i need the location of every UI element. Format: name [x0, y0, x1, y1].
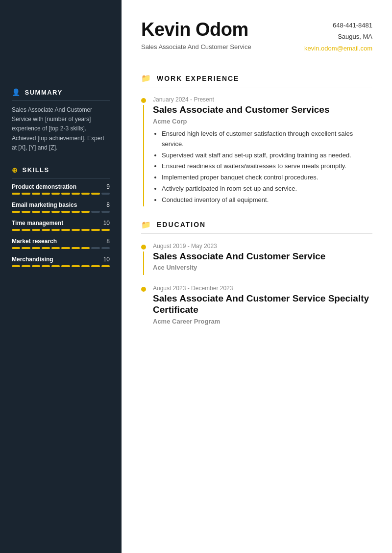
skill-segment	[72, 193, 80, 195]
work-experience-title: 📁 Work Experience	[141, 74, 372, 87]
skill-segment	[32, 265, 40, 267]
entry-dot	[141, 98, 146, 103]
education-entry: August 2023 - December 2023Sales Associa…	[141, 285, 372, 329]
skill-segment	[42, 193, 50, 195]
bullet-item: Ensured high levels of customer satisfac…	[162, 129, 372, 150]
phone-number: 648-441-8481	[304, 20, 372, 31]
entry-company: Acme Corp	[153, 118, 372, 125]
skill-segment	[81, 229, 90, 231]
skill-segment	[91, 265, 99, 267]
skill-segment	[51, 247, 60, 249]
skill-item: Product demonstration9	[12, 183, 110, 195]
skill-segment	[61, 229, 70, 231]
bullet-item: Actively participated in room set-up and…	[162, 184, 372, 194]
candidate-name: Kevin Odom	[141, 20, 304, 40]
main-content: Kevin Odom Sales Associate And Customer …	[122, 0, 392, 553]
skill-segment	[61, 247, 70, 249]
skill-segment	[91, 211, 99, 213]
skill-segment	[72, 265, 80, 267]
skill-segment	[12, 265, 20, 267]
location: Saugus, MA	[304, 31, 372, 42]
skill-segment	[91, 229, 99, 231]
resume-content: 📁 Work Experience January 2024 - Present…	[122, 69, 392, 553]
education-entry: August 2019 - May 2023Sales Associate An…	[141, 243, 372, 276]
skills-title: ⊕ Skills	[12, 166, 110, 178]
skill-segment	[81, 247, 90, 249]
resume-header: Kevin Odom Sales Associate And Customer …	[122, 0, 392, 69]
skills-section: ⊕ Skills Product demonstration9Email mar…	[12, 166, 110, 267]
entry-line	[143, 251, 144, 276]
entry-title: Sales Associate And Customer Service	[153, 251, 372, 262]
skill-segment	[72, 247, 80, 249]
skills-icon: ⊕	[12, 166, 19, 174]
sidebar: 👤 Summary Sales Associate And Customer S…	[0, 0, 122, 553]
skill-header: Market research8	[12, 238, 110, 245]
entry-date: August 2019 - May 2023	[153, 243, 372, 250]
skill-bar	[12, 211, 110, 213]
skill-item: Time management10	[12, 220, 110, 231]
skill-segment	[12, 229, 20, 231]
skill-bar	[12, 247, 110, 249]
skills-list: Product demonstration9Email marketing ba…	[12, 183, 110, 267]
skill-segment	[22, 229, 30, 231]
entry-line	[143, 105, 144, 206]
skill-segment	[12, 193, 20, 195]
entry-body: August 2023 - December 2023Sales Associa…	[153, 285, 372, 329]
skill-segment	[101, 211, 110, 213]
entry-dot-line	[141, 96, 146, 206]
entry-dot-line	[141, 285, 146, 329]
entry-bullets: Ensured high levels of customer satisfac…	[153, 129, 372, 205]
education-title: 📁 Education	[141, 220, 372, 234]
entry-dot	[141, 287, 146, 292]
work-experience-section: 📁 Work Experience January 2024 - Present…	[141, 74, 372, 206]
skill-segment	[81, 265, 90, 267]
header-right: 648-441-8481 Saugus, MA kevin.odom@email…	[304, 20, 372, 54]
header-left: Kevin Odom Sales Associate And Customer …	[141, 20, 304, 50]
skill-segment	[22, 211, 30, 213]
skill-header: Product demonstration9	[12, 183, 110, 190]
skill-segment	[51, 229, 60, 231]
skill-name: Product demonstration	[12, 183, 76, 190]
skill-segment	[101, 265, 110, 267]
skill-bar	[12, 193, 110, 195]
skill-segment	[32, 229, 40, 231]
entry-body: January 2024 - PresentSales Associate an…	[153, 96, 372, 206]
skill-segment	[51, 265, 60, 267]
entry-date: August 2023 - December 2023	[153, 285, 372, 292]
bullet-item: Conducted inventory of all equipment.	[162, 195, 372, 205]
skill-score: 10	[103, 256, 110, 263]
entry-dot-line	[141, 243, 146, 276]
skill-segment	[61, 211, 70, 213]
skill-segment	[32, 193, 40, 195]
entry-title: Sales Associate And Customer Service Spe…	[153, 293, 372, 316]
entry-title: Sales Associate and Customer Services	[153, 104, 372, 116]
skill-segment	[51, 193, 60, 195]
bullet-item: Implemented proper banquet check control…	[162, 173, 372, 183]
skill-segment	[12, 211, 20, 213]
entry-date: January 2024 - Present	[153, 96, 372, 103]
person-icon: 👤	[12, 88, 21, 96]
skill-name: Market research	[12, 238, 57, 245]
skill-segment	[81, 193, 90, 195]
skill-segment	[101, 247, 110, 249]
work-entries: January 2024 - PresentSales Associate an…	[141, 96, 372, 206]
skill-segment	[42, 265, 50, 267]
skill-segment	[91, 193, 99, 195]
skill-segment	[12, 247, 20, 249]
briefcase-icon: 📁	[141, 74, 152, 83]
skill-segment	[22, 247, 30, 249]
skill-name: Email marketing basics	[12, 201, 77, 208]
skill-score: 9	[106, 183, 110, 190]
skill-segment	[42, 211, 50, 213]
skill-segment	[51, 211, 60, 213]
summary-section: 👤 Summary Sales Associate And Customer S…	[12, 88, 110, 152]
skill-item: Merchandising10	[12, 256, 110, 267]
skill-segment	[61, 265, 70, 267]
skill-header: Merchandising10	[12, 256, 110, 263]
skill-segment	[22, 193, 30, 195]
skill-score: 8	[106, 238, 110, 245]
skill-segment	[72, 229, 80, 231]
skill-segment	[101, 229, 110, 231]
skill-header: Email marketing basics8	[12, 201, 110, 208]
skill-segment	[32, 247, 40, 249]
